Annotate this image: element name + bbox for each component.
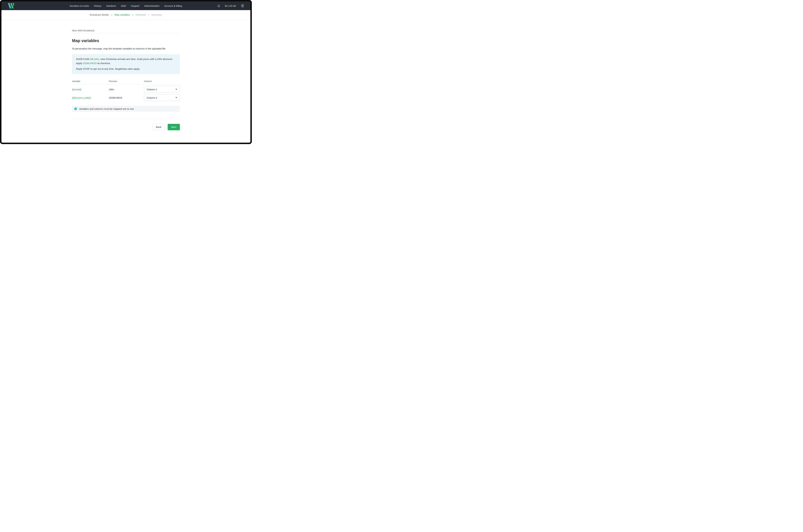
wizard-content: New SMS Broadcast Map variables To perso… [72,20,180,130]
info-icon: i [74,108,77,110]
table-row: {{discount_code}} 2026CHR25 Column 3 [72,94,180,101]
wizard-actions: Back Next [72,124,180,130]
nav-item-account-billing[interactable]: Account & billing [164,4,182,7]
column-header-column: Column [144,80,180,82]
table-row: {{name}} John Column 2 [72,86,180,93]
breadcrumb: Broadcast details › Map variables › Sche… [1,10,250,20]
chevron-down-icon [175,89,177,90]
message-preview: SHOP.COM: Hi John, new Christmas arrival… [72,54,180,74]
mapped-name-value: John [94,58,99,60]
back-button[interactable]: Back [152,124,165,130]
step-summary: Summary [151,13,162,16]
screenshot-frame: Numbers & trunks History Solutions SMS S… [0,0,252,144]
nav-item-history[interactable]: History [94,4,101,7]
notifications-bell-icon[interactable] [217,4,221,7]
nav-item-support[interactable]: Support [131,4,139,7]
wizard-subtitle: New SMS Broadcast [72,29,180,33]
mapped-code-value: 2026CHR25 [83,62,97,64]
column-select-discount-code[interactable]: Column 3 [144,94,180,101]
chevron-down-icon [175,97,177,98]
main-menu: Numbers & trunks History Solutions SMS S… [70,4,182,7]
column-select-value: Column 2 [147,88,157,91]
info-banner: i Variables and columns must be mapped o… [72,106,180,112]
wavix-logo-icon [8,3,15,8]
page-description: To personalize the message, map the temp… [72,47,180,50]
step-map-variables[interactable]: Map variables [115,13,130,16]
column-header-variable: Variable [72,80,109,82]
info-banner-text: Variables and columns must be mapped one… [79,108,134,110]
next-button[interactable]: Next [168,124,180,130]
variable-name: {{name}} [72,88,109,91]
step-broadcast-details[interactable]: Broadcast details [90,13,109,16]
variable-preview-value: John [109,88,144,91]
nav-item-sms[interactable]: SMS [121,4,126,7]
chevron-right-icon: › [132,13,133,17]
message-preview-body: SHOP.COM: Hi John, new Christmas arrival… [76,57,176,65]
brand-logo[interactable] [8,3,15,8]
logout-icon[interactable] [241,4,244,7]
nav-item-numbers-trunks[interactable]: Numbers & trunks [70,4,89,7]
variable-mapping-table: Variable Preview Column {{name}} John Co… [72,80,180,101]
top-nav-bar: Numbers & trunks History Solutions SMS S… [1,1,250,10]
column-select-value: Column 3 [147,96,157,99]
chevron-right-icon: › [111,13,112,17]
step-schedule: Schedule [135,13,146,16]
variable-preview-value: 2026CHR25 [109,96,144,99]
account-balance: $2,145.98 [225,4,236,7]
app-window: Numbers & trunks History Solutions SMS S… [1,1,250,142]
table-header-row: Variable Preview Column [72,80,180,84]
column-select-name[interactable]: Column 2 [144,86,180,93]
chevron-right-icon: › [148,13,149,17]
nav-item-administration[interactable]: Administration [144,4,159,7]
main-area: New SMS Broadcast Map variables To perso… [1,20,250,142]
message-preview-footer: Reply STOP to opt out at any time. Msg&D… [76,67,176,71]
page-title: Map variables [72,38,180,43]
variable-name: {{discount_code}} [72,96,109,99]
nav-item-solutions[interactable]: Solutions [106,4,116,7]
column-header-preview: Preview [109,80,144,82]
top-right-cluster: $2,145.98 [217,4,244,7]
